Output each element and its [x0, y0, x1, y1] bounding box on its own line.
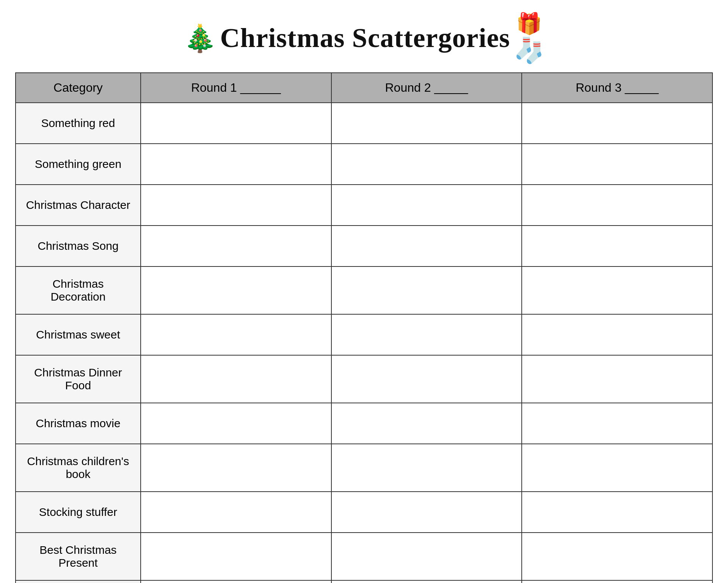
round1-cell[interactable] [141, 533, 331, 580]
table-row: Something green [16, 144, 712, 185]
round3-cell[interactable] [522, 533, 712, 580]
category-cell: Christmas sweet [16, 314, 141, 355]
round3-cell[interactable] [522, 492, 712, 533]
round2-cell[interactable] [331, 226, 522, 266]
category-cell: One thing on yourChristmas wish list [16, 580, 141, 583]
round1-cell[interactable] [141, 580, 331, 583]
round2-cell[interactable] [331, 103, 522, 144]
round3-cell[interactable] [522, 314, 712, 355]
table-header-row: Category Round 1 ______ Round 2 _____ Ro… [16, 73, 712, 103]
round3-cell[interactable] [522, 266, 712, 314]
scattergories-table: Category Round 1 ______ Round 2 _____ Ro… [15, 72, 713, 583]
round1-cell[interactable] [141, 314, 331, 355]
round2-cell[interactable] [331, 355, 522, 403]
category-cell: Something red [16, 103, 141, 144]
round2-cell[interactable] [331, 444, 522, 492]
table-row: Something red [16, 103, 712, 144]
table-row: One thing on yourChristmas wish list [16, 580, 712, 583]
round2-cell[interactable] [331, 266, 522, 314]
round2-cell[interactable] [331, 403, 522, 444]
category-cell: Best Christmas Present [16, 533, 141, 580]
round1-cell[interactable] [141, 226, 331, 266]
page-title: Christmas Scattergories [220, 22, 510, 54]
tree-icon: 🎄 [184, 23, 217, 54]
header-round2: Round 2 _____ [331, 73, 522, 103]
round3-cell[interactable] [522, 185, 712, 226]
table-row: Christmas Song [16, 226, 712, 266]
round3-cell[interactable] [522, 403, 712, 444]
round3-cell[interactable] [522, 444, 712, 492]
category-cell: Christmas Decoration [16, 266, 141, 314]
category-cell: Stocking stuffer [16, 492, 141, 533]
round2-cell[interactable] [331, 185, 522, 226]
round1-cell[interactable] [141, 103, 331, 144]
table-row: Christmas movie [16, 403, 712, 444]
header-category: Category [16, 73, 141, 103]
table-row: Christmas children's book [16, 444, 712, 492]
gift-icon: 🎁 [516, 11, 542, 36]
table-row: Stocking stuffer [16, 492, 712, 533]
round3-cell[interactable] [522, 580, 712, 583]
category-cell: Something green [16, 144, 141, 185]
round1-cell[interactable] [141, 185, 331, 226]
table-row: Christmas sweet [16, 314, 712, 355]
header-round1: Round 1 ______ [141, 73, 331, 103]
page-header: 🎄 Christmas Scattergories 🎁 🧦 [184, 11, 545, 65]
category-cell: Christmas Character [16, 185, 141, 226]
round3-cell[interactable] [522, 144, 712, 185]
category-cell: Christmas Dinner Food [16, 355, 141, 403]
table-row: Christmas Decoration [16, 266, 712, 314]
round3-cell[interactable] [522, 355, 712, 403]
round2-cell[interactable] [331, 533, 522, 580]
table-row: Christmas Character [16, 185, 712, 226]
round3-cell[interactable] [522, 103, 712, 144]
round1-cell[interactable] [141, 492, 331, 533]
table-row: Christmas Dinner Food [16, 355, 712, 403]
round2-cell[interactable] [331, 492, 522, 533]
category-cell: Christmas Song [16, 226, 141, 266]
category-cell: Christmas movie [16, 403, 141, 444]
round1-cell[interactable] [141, 444, 331, 492]
round3-cell[interactable] [522, 226, 712, 266]
header-round3: Round 3 _____ [522, 73, 712, 103]
round1-cell[interactable] [141, 355, 331, 403]
round2-cell[interactable] [331, 314, 522, 355]
round2-cell[interactable] [331, 144, 522, 185]
table-row: Best Christmas Present [16, 533, 712, 580]
category-cell: Christmas children's book [16, 444, 141, 492]
round1-cell[interactable] [141, 403, 331, 444]
round2-cell[interactable] [331, 580, 522, 583]
stocking-icon: 🧦 [514, 36, 544, 65]
round1-cell[interactable] [141, 266, 331, 314]
round1-cell[interactable] [141, 144, 331, 185]
